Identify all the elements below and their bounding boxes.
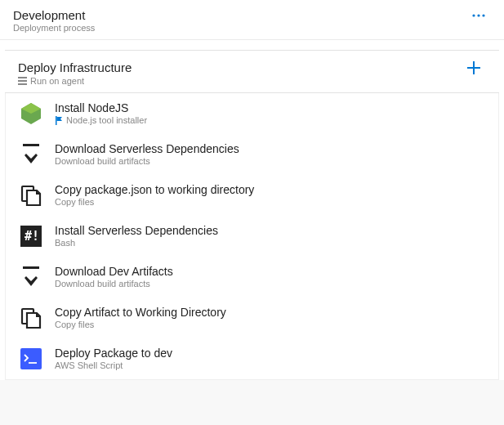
task-subtitle: Copy files	[55, 320, 226, 329]
aws-icon	[19, 347, 43, 371]
task-title: Deploy Package to dev	[55, 347, 172, 360]
svg-point-0	[472, 14, 475, 16]
task-title: Install Serverless Dependencies	[55, 224, 218, 237]
task-list: Install NodeJSNode.js tool installerDown…	[5, 93, 499, 380]
add-task-button[interactable]	[462, 60, 486, 75]
task-subtitle: Node.js tool installer	[55, 115, 147, 125]
task-title: Download Serverless Dependencies	[55, 142, 239, 155]
task-row[interactable]: Download Serverless DependenciesDownload…	[6, 134, 498, 175]
task-row[interactable]: Download Dev ArtifactsDownload build art…	[6, 257, 498, 298]
env-subtitle: Deployment process	[13, 23, 95, 33]
svg-rect-3	[18, 77, 27, 78]
stage-subtitle: Run on agent	[30, 76, 84, 86]
svg-rect-4	[18, 80, 27, 82]
task-subtitle: AWS Shell Script	[55, 360, 172, 370]
more-options-button[interactable]	[466, 8, 491, 23]
task-row[interactable]: Copy Artifact to Working DirectoryCopy f…	[6, 298, 498, 338]
flag-icon	[55, 116, 63, 124]
download-icon	[19, 265, 43, 289]
copy-icon	[19, 306, 43, 330]
svg-rect-8	[56, 116, 57, 125]
svg-rect-7	[467, 67, 480, 69]
pipeline-header: Development Deployment process	[0, 0, 504, 40]
task-row[interactable]: Install Serverless DependenciesBash	[6, 216, 498, 257]
task-title: Download Dev Artifacts	[55, 265, 173, 278]
task-title: Copy package.json to working directory	[55, 183, 254, 196]
svg-point-2	[482, 14, 484, 16]
agent-icon	[18, 77, 27, 86]
task-subtitle: Download build artifacts	[55, 156, 239, 166]
task-row[interactable]: Copy package.json to working directoryCo…	[6, 175, 498, 216]
stage-title: Deploy Infrastructure	[18, 60, 132, 74]
bash-icon	[19, 224, 43, 248]
task-row[interactable]: Deploy Package to devAWS Shell Script	[6, 338, 498, 379]
stage-header[interactable]: Deploy Infrastructure Run on agent	[5, 50, 499, 93]
task-title: Install NodeJS	[55, 101, 147, 114]
task-title: Copy Artifact to Working Directory	[55, 306, 226, 319]
node-icon	[19, 101, 43, 126]
env-title: Development	[13, 8, 95, 22]
copy-icon	[19, 183, 43, 208]
svg-point-1	[477, 14, 479, 16]
task-row[interactable]: Install NodeJSNode.js tool installer	[6, 93, 498, 134]
task-subtitle: Copy files	[55, 197, 254, 207]
task-subtitle: Download build artifacts	[55, 279, 173, 289]
svg-rect-5	[18, 83, 27, 85]
download-icon	[19, 142, 43, 167]
task-subtitle: Bash	[55, 238, 218, 248]
